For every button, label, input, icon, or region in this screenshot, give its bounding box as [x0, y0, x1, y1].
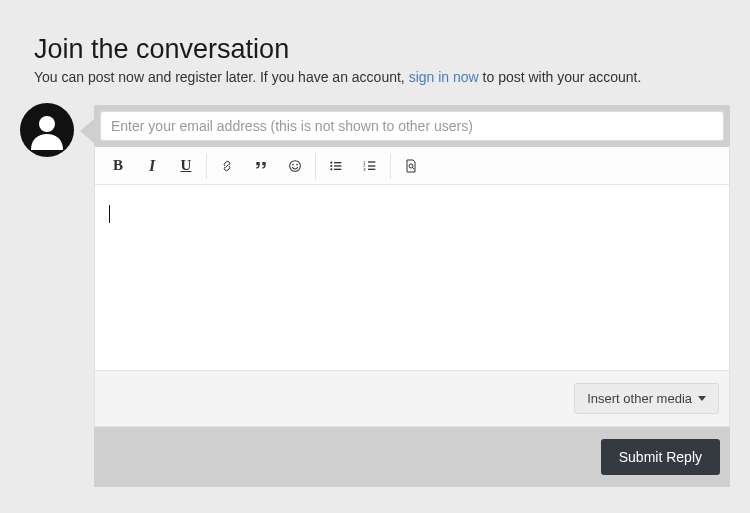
- preview-button[interactable]: [394, 147, 428, 185]
- subtext-post: to post with your account.: [479, 69, 642, 85]
- emoji-button[interactable]: [278, 147, 312, 185]
- bold-button[interactable]: B: [101, 147, 135, 185]
- toolbar-separator: [206, 153, 207, 179]
- svg-point-4: [330, 161, 332, 163]
- editor-footer: Insert other media: [95, 370, 729, 426]
- editor-toolbar: B I U: [95, 147, 729, 185]
- email-field[interactable]: [100, 111, 724, 141]
- insert-media-label: Insert other media: [587, 391, 692, 406]
- svg-point-3: [296, 163, 298, 165]
- sign-in-link[interactable]: sign in now: [409, 69, 479, 85]
- numbered-list-icon: 123: [362, 158, 378, 174]
- svg-rect-14: [368, 165, 375, 166]
- insert-media-button[interactable]: Insert other media: [574, 383, 719, 414]
- text-cursor: [109, 205, 110, 223]
- speech-pointer: [80, 119, 94, 143]
- svg-point-0: [39, 116, 55, 132]
- svg-rect-15: [368, 168, 375, 169]
- svg-rect-13: [368, 161, 375, 162]
- svg-rect-7: [334, 162, 341, 163]
- editor-panel: B I U: [94, 147, 730, 427]
- page-title: Join the conversation: [34, 34, 730, 65]
- svg-point-2: [292, 163, 294, 165]
- toolbar-separator: [315, 153, 316, 179]
- submit-reply-button[interactable]: Submit Reply: [601, 439, 720, 475]
- toolbar-separator: [390, 153, 391, 179]
- page-subtext: You can post now and register later. If …: [34, 69, 730, 85]
- submit-row: Submit Reply: [94, 427, 730, 487]
- emoji-icon: [287, 158, 303, 174]
- editor-textarea[interactable]: [95, 185, 729, 370]
- svg-line-17: [412, 167, 414, 169]
- subtext-pre: You can post now and register later. If …: [34, 69, 409, 85]
- svg-point-5: [330, 164, 332, 166]
- svg-rect-9: [334, 168, 341, 169]
- svg-point-1: [290, 160, 301, 171]
- numbered-list-button[interactable]: 123: [353, 147, 387, 185]
- bullet-list-button[interactable]: [319, 147, 353, 185]
- link-icon: [219, 158, 235, 174]
- quote-icon: [253, 158, 269, 174]
- svg-rect-8: [334, 165, 341, 166]
- quote-button[interactable]: [244, 147, 278, 185]
- email-field-wrap: [94, 105, 730, 147]
- svg-point-6: [330, 168, 332, 170]
- user-silhouette-icon: [27, 110, 67, 150]
- chevron-down-icon: [698, 396, 706, 401]
- bullet-list-icon: [328, 158, 344, 174]
- italic-button[interactable]: I: [135, 147, 169, 185]
- svg-text:3: 3: [363, 166, 366, 171]
- underline-button[interactable]: U: [169, 147, 203, 185]
- avatar: [20, 103, 74, 157]
- link-button[interactable]: [210, 147, 244, 185]
- page-search-icon: [403, 158, 419, 174]
